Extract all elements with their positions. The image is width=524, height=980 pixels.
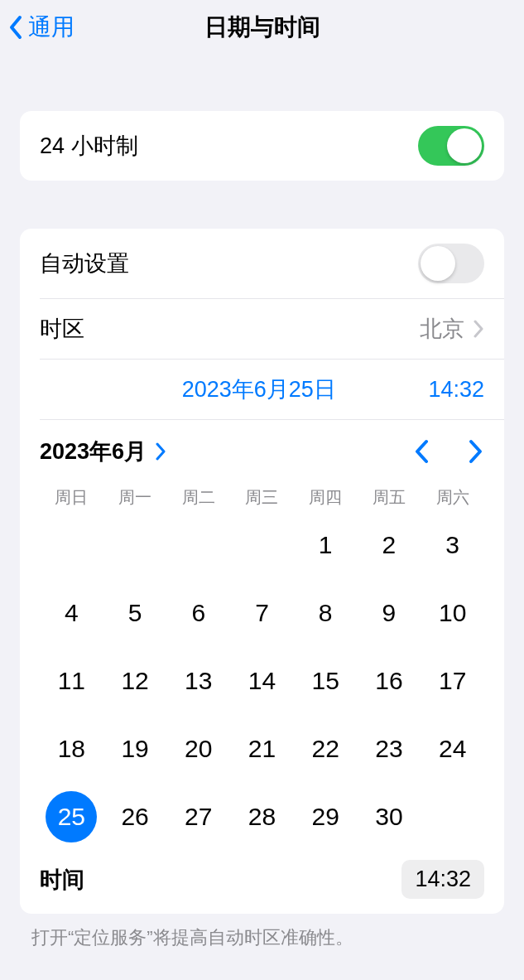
calendar-month-label[interactable]: 2023年6月	[40, 437, 147, 466]
selected-time-button[interactable]: 14:32	[428, 377, 484, 403]
timezone-value: 北京	[420, 314, 464, 344]
weekday-header: 周五	[358, 486, 421, 509]
calendar-day[interactable]: 6	[166, 587, 230, 640]
calendar-day[interactable]: 15	[294, 654, 358, 707]
toggle-knob	[421, 246, 455, 281]
calendar-blank	[40, 519, 103, 572]
prev-month-button[interactable]	[413, 438, 431, 465]
calendar-day[interactable]: 18	[40, 722, 103, 775]
weekday-header: 周三	[230, 486, 294, 509]
calendar-day[interactable]: 13	[166, 654, 230, 707]
calendar-day[interactable]: 29	[294, 790, 358, 843]
calendar-day[interactable]: 23	[358, 722, 421, 775]
calendar-day[interactable]: 9	[358, 587, 421, 640]
calendar-day[interactable]: 12	[103, 654, 167, 707]
twentyfour-hour-row: 24 小时制	[20, 111, 504, 181]
weekday-header: 周二	[166, 486, 230, 509]
next-month-button[interactable]	[466, 438, 484, 465]
auto-set-row: 自动设置	[20, 229, 504, 298]
calendar-day[interactable]: 24	[421, 722, 484, 775]
calendar-day[interactable]: 8	[294, 587, 358, 640]
calendar-blank	[166, 519, 230, 572]
weekday-header: 周日	[40, 486, 103, 509]
calendar-day[interactable]: 22	[294, 722, 358, 775]
chevron-right-icon	[155, 442, 166, 461]
time-picker-value[interactable]: 14:32	[401, 860, 484, 899]
calendar-day[interactable]: 19	[103, 722, 167, 775]
calendar-day[interactable]: 21	[230, 722, 294, 775]
chevron-right-icon	[473, 320, 484, 338]
toggle-knob	[447, 128, 482, 163]
calendar-blank	[103, 519, 167, 572]
calendar-day[interactable]: 5	[103, 587, 167, 640]
selected-date-button[interactable]: 2023年6月25日	[40, 374, 428, 404]
date-time-summary-row: 2023年6月25日 14:32	[20, 360, 504, 419]
calendar-day[interactable]: 10	[421, 587, 484, 640]
calendar-day[interactable]: 17	[421, 654, 484, 707]
calendar-day[interactable]: 26	[103, 790, 167, 843]
calendar-day[interactable]: 2	[358, 519, 421, 572]
weekday-header: 周一	[103, 486, 167, 509]
calendar-day[interactable]: 14	[230, 654, 294, 707]
footer-note: 打开“定位服务”将提高自动时区准确性。	[0, 914, 524, 962]
calendar-day[interactable]: 28	[230, 790, 294, 843]
weekday-header: 周六	[421, 486, 484, 509]
calendar-day[interactable]: 30	[358, 790, 421, 843]
calendar-day[interactable]: 4	[40, 587, 103, 640]
calendar-day[interactable]: 11	[40, 654, 103, 707]
auto-set-label: 自动设置	[40, 249, 129, 278]
auto-set-toggle[interactable]	[418, 244, 484, 283]
calendar-day[interactable]: 16	[358, 654, 421, 707]
twentyfour-hour-label: 24 小时制	[40, 131, 138, 161]
weekday-header: 周四	[294, 486, 358, 509]
chevron-left-icon	[8, 14, 25, 41]
calendar-day[interactable]: 27	[166, 790, 230, 843]
timezone-label: 时区	[40, 314, 84, 344]
calendar-day[interactable]: 3	[421, 519, 484, 572]
back-button[interactable]: 通用	[8, 12, 75, 43]
timezone-row[interactable]: 时区 北京	[20, 299, 504, 359]
calendar-blank	[230, 519, 294, 572]
back-label: 通用	[28, 12, 75, 43]
twentyfour-hour-toggle[interactable]	[418, 126, 484, 166]
time-picker-row: 时间 14:32	[20, 852, 504, 914]
page-title: 日期与时间	[204, 12, 320, 43]
calendar-day[interactable]: 7	[230, 587, 294, 640]
calendar-day[interactable]: 1	[294, 519, 358, 572]
calendar-day[interactable]: 25	[40, 790, 103, 843]
calendar-day[interactable]: 20	[166, 722, 230, 775]
time-picker-label: 时间	[40, 865, 84, 895]
